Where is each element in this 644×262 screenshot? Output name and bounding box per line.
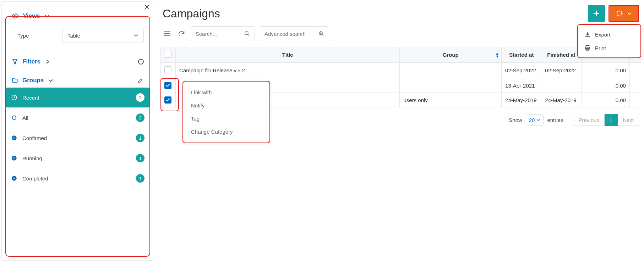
advanced-search-button[interactable]: Advanced search xyxy=(260,26,329,41)
checkbox-icon xyxy=(164,82,171,89)
col-finished[interactable]: Finished at xyxy=(541,47,581,63)
cell-finished: 02-Sep-2022 xyxy=(541,63,581,78)
menu-item-export[interactable]: Export xyxy=(578,28,640,41)
arrow-icon xyxy=(11,155,17,161)
close-icon[interactable] xyxy=(144,4,150,10)
entries-label: entries xyxy=(547,117,563,123)
group-label: All xyxy=(22,115,28,121)
cell-actions xyxy=(629,78,641,93)
views-header[interactable]: Views xyxy=(2,5,154,23)
table-row[interactable]: Campaign for Release v.5.202-Sep-202202-… xyxy=(161,63,641,78)
group-item-recent[interactable]: Recent3 xyxy=(6,88,149,108)
sort-icon: ▲▼ xyxy=(495,52,499,58)
checkbox-icon xyxy=(164,66,171,73)
chevron-right-icon xyxy=(45,59,50,65)
type-label: Type xyxy=(17,33,29,39)
cell-started: 24-May-2019 xyxy=(502,93,541,107)
search-placeholder: Search... xyxy=(196,31,217,37)
refresh-down-icon xyxy=(616,10,623,17)
refresh-icon[interactable] xyxy=(177,29,186,38)
menu-item-tag[interactable]: Tag xyxy=(183,112,269,125)
folder-icon xyxy=(12,77,18,84)
sidebar: Views Type Table Filters xyxy=(1,1,154,261)
page-title: Campaigns xyxy=(163,7,220,20)
actions-menu: ExportPrint xyxy=(577,24,641,58)
menu-item-change-category[interactable]: Change Category xyxy=(183,125,269,138)
filter-status-icon xyxy=(138,59,144,65)
row-checkbox[interactable] xyxy=(161,93,176,107)
arrow-icon xyxy=(11,175,17,182)
menu-item-notify[interactable]: Notify xyxy=(183,99,269,112)
filter-icon xyxy=(12,58,18,65)
group-label: Confirmed xyxy=(22,135,47,141)
menu-icon[interactable] xyxy=(163,29,172,38)
download-icon xyxy=(584,31,591,38)
col-started[interactable]: Started at xyxy=(502,47,541,63)
menu-item-print[interactable]: Print xyxy=(578,41,640,55)
view-type-row: Type Table xyxy=(2,23,154,50)
chevron-down-icon xyxy=(627,11,632,16)
filters-header[interactable]: Filters xyxy=(2,50,154,69)
search-icon xyxy=(244,30,250,37)
chevron-down-icon xyxy=(536,118,540,122)
group-item-running[interactable]: Running1 xyxy=(6,148,149,168)
search-plus-icon xyxy=(318,30,324,37)
cell-ratio: 0.00 xyxy=(581,63,629,78)
cell-title: Campaign for Release v.5.2 xyxy=(176,63,400,78)
prev-page-button[interactable]: Previous xyxy=(573,114,604,126)
page-size-select[interactable]: 20 xyxy=(526,114,544,126)
svg-point-9 xyxy=(245,32,248,35)
cell-ratio: 0.00 xyxy=(581,78,629,93)
checkbox-icon xyxy=(165,51,172,58)
cell-ratio: 0.00 xyxy=(581,93,629,107)
col-title[interactable]: Title xyxy=(176,47,400,63)
menu-item-link-with[interactable]: Link with xyxy=(183,86,269,99)
show-label: Show xyxy=(509,117,522,123)
group-label: Completed xyxy=(22,175,48,182)
table-container: Title Group ▲▼ Started at Finished at Su… xyxy=(160,47,641,107)
eye-icon xyxy=(12,12,19,19)
page-number-button[interactable]: 1 xyxy=(605,114,618,126)
cell-finished: 24-May-2019 xyxy=(541,93,581,107)
circle-icon xyxy=(11,115,17,121)
select-all-header[interactable] xyxy=(161,47,176,63)
cell-finished xyxy=(541,78,581,93)
advanced-search-label: Advanced search xyxy=(264,31,306,37)
group-count: 1 xyxy=(136,134,144,142)
chevron-down-icon xyxy=(48,78,54,83)
clock-icon xyxy=(11,94,17,101)
group-count: 1 xyxy=(136,154,144,162)
group-count: 1 xyxy=(136,174,144,183)
chevron-down-icon xyxy=(44,13,50,19)
views-label: Views xyxy=(23,12,40,19)
group-count: 3 xyxy=(136,93,144,102)
group-item-confirmed[interactable]: Confirmed1 xyxy=(6,128,149,148)
view-type-select[interactable]: Table xyxy=(62,28,144,43)
cell-group: users only xyxy=(400,93,502,107)
group-label: Recent xyxy=(22,95,39,101)
page-size-value: 20 xyxy=(529,117,535,123)
print-icon xyxy=(584,45,591,51)
cell-started: 02-Sep-2022 xyxy=(502,63,541,78)
group-item-completed[interactable]: Completed1 xyxy=(6,168,149,188)
edit-icon[interactable] xyxy=(137,77,144,84)
context-menu: Link withNotifyTagChange Category xyxy=(182,81,270,143)
checkbox-icon xyxy=(164,96,171,104)
next-page-button[interactable]: Next xyxy=(618,114,639,126)
type-value: Table xyxy=(67,33,80,39)
cell-started: 13-Apr-2021 xyxy=(502,78,541,93)
groups-header[interactable]: Groups xyxy=(2,69,154,88)
group-item-all[interactable]: All3 xyxy=(6,108,149,128)
cell-group xyxy=(400,63,502,78)
svg-point-2 xyxy=(12,116,16,120)
filters-label: Filters xyxy=(22,58,40,65)
add-button[interactable] xyxy=(588,5,605,22)
col-group[interactable]: Group ▲▼ xyxy=(400,47,502,63)
search-input[interactable]: Search... xyxy=(191,26,255,41)
row-checkbox[interactable] xyxy=(161,63,176,78)
cell-group xyxy=(400,78,502,93)
actions-dropdown-button[interactable] xyxy=(608,5,639,22)
group-count: 3 xyxy=(136,113,144,122)
chevron-down-icon xyxy=(133,33,138,38)
row-checkbox[interactable] xyxy=(161,78,176,93)
